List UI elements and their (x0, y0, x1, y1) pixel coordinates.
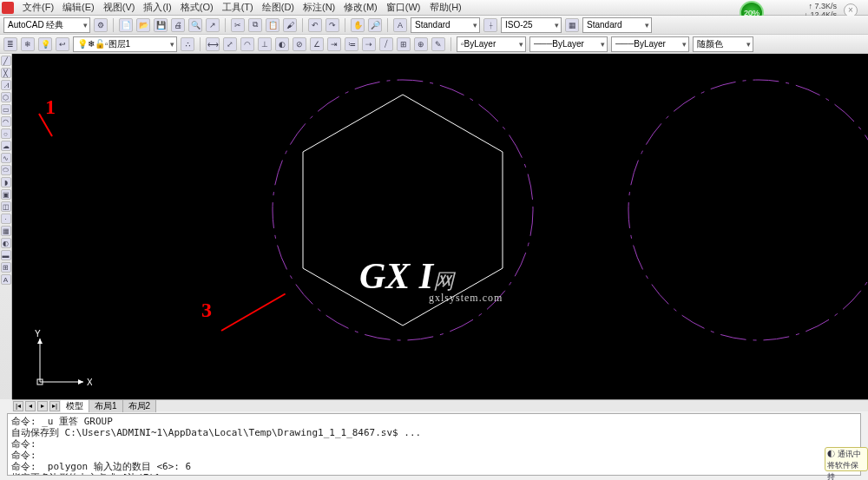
tab-layout2[interactable]: 布局2 (123, 400, 157, 412)
arc-icon[interactable]: ◠ (1, 116, 11, 127)
color-dropdown[interactable]: ▫ ByLayer (457, 36, 526, 52)
tab-nav-last-icon[interactable]: ▸| (49, 401, 60, 411)
table-icon[interactable]: ⊞ (1, 262, 11, 273)
workspace-dropdown[interactable]: AutoCAD 经典 (3, 17, 90, 33)
zoom-icon[interactable]: 🔎 (368, 18, 382, 32)
drawing-canvas[interactable] (12, 54, 868, 399)
open-icon[interactable]: 📂 (136, 18, 150, 32)
balloon-text: 将软件保持 (827, 460, 865, 480)
tab-model[interactable]: 模型 (61, 400, 89, 412)
hexagon[interactable] (303, 95, 503, 325)
tablestyle-icon[interactable]: ▦ (565, 18, 579, 32)
menu-edit[interactable]: 编辑(E) (59, 1, 98, 14)
save-icon[interactable]: 💾 (154, 18, 168, 32)
dim-aligned-icon[interactable]: ⤢ (223, 37, 237, 51)
lineweight-dropdown[interactable]: ─── ByLayer (611, 36, 689, 52)
toolbar-layers: ≣ ❄ 💡 ↩ 💡❄🔓▫ 图层1 ⛬ ⟷ ⤢ ◠ ⊥ ◐ ⊘ ∠ ⇥ ≔ ⇢ ⧸… (0, 35, 868, 54)
layer-off-icon[interactable]: 💡 (38, 37, 52, 51)
workspace-settings-icon[interactable]: ⚙ (94, 18, 108, 32)
menu-view[interactable]: 视图(V) (100, 1, 139, 14)
drawing-area[interactable]: X Y GX I网 gxlsystem.com (12, 54, 868, 399)
match-icon[interactable]: 🖌 (283, 18, 297, 32)
copy-icon[interactable]: ⧉ (248, 18, 262, 32)
layer-prev-icon[interactable]: ↩ (56, 37, 69, 51)
menu-tools[interactable]: 工具(T) (219, 1, 257, 14)
dim-quick-icon[interactable]: ⇥ (327, 37, 341, 51)
ellipse-icon[interactable]: ⬭ (1, 165, 11, 175)
revcloud-icon[interactable]: ☁ (1, 141, 11, 151)
layer-mgr-icon[interactable]: ≣ (3, 37, 17, 51)
line-icon[interactable]: ╱ (1, 56, 11, 66)
dim-continue-icon[interactable]: ⇢ (362, 37, 376, 51)
dim-linear-icon[interactable]: ⟷ (206, 37, 220, 51)
xline-icon[interactable]: ╳ (1, 68, 11, 78)
plotstyle-dropdown[interactable]: 随颜色 (693, 36, 753, 52)
point-icon[interactable]: · (1, 214, 11, 224)
tab-nav-first-icon[interactable]: |◂ (13, 401, 23, 411)
undo-icon[interactable]: ↶ (308, 18, 322, 32)
layer-freeze-icon[interactable]: ❄ (21, 37, 35, 51)
dim-baseline-icon[interactable]: ≔ (345, 37, 358, 51)
draw-toolbar: ╱ ╳ ⩘ ⬡ ▭ ◠ ○ ☁ ∿ ⬭ ◗ ▣ ◫ · ▦ ◐ ▬ ⊞ A (0, 54, 12, 399)
new-icon[interactable]: 📄 (119, 18, 133, 32)
tolerance-icon[interactable]: ⊞ (397, 37, 411, 51)
menu-format[interactable]: 格式(O) (177, 1, 217, 14)
menu-dim[interactable]: 标注(N) (299, 1, 339, 14)
print-icon[interactable]: 🖨 (171, 18, 185, 32)
mtext-icon[interactable]: A (1, 274, 11, 285)
preview-icon[interactable]: 🔍 (188, 18, 202, 32)
region-icon[interactable]: ▬ (1, 250, 11, 260)
tab-layout1[interactable]: 布局1 (89, 400, 123, 412)
linetype-dropdown[interactable]: ─── ByLayer (529, 36, 608, 52)
ellipse-arc-icon[interactable]: ◗ (1, 177, 11, 187)
menu-draw[interactable]: 绘图(D) (259, 1, 298, 14)
dim-break-icon[interactable]: ⧸ (379, 37, 393, 51)
tab-nav-next-icon[interactable]: ▸ (37, 401, 48, 411)
dimstyle-dropdown[interactable]: ISO-25 (501, 17, 562, 33)
dim-arc-icon[interactable]: ◠ (240, 37, 254, 51)
dimstyle-icon[interactable]: ⟊ (483, 18, 497, 32)
textstyle-aa-icon[interactable]: A (393, 18, 407, 32)
circle-icon[interactable]: ○ (1, 128, 11, 139)
gradient-icon[interactable]: ◐ (1, 238, 11, 248)
pan-icon[interactable]: ✋ (351, 18, 365, 32)
layer-dropdown[interactable]: 💡❄🔓▫ 图层1 (73, 36, 177, 52)
menu-help[interactable]: 帮助(H) (426, 1, 465, 14)
redo-icon[interactable]: ↷ (326, 18, 339, 32)
dim-ordinate-icon[interactable]: ⊥ (258, 37, 272, 51)
tab-nav-prev-icon[interactable]: ◂ (25, 401, 36, 411)
spline-icon[interactable]: ∿ (1, 153, 11, 163)
notification-balloon[interactable]: ◐ 通讯中 将软件保持 (825, 447, 868, 471)
menu-bar: 文件(F) 编辑(E) 视图(V) 插入(I) 格式(O) 工具(T) 绘图(D… (0, 0, 868, 16)
layer-name: 图层1 (108, 38, 131, 50)
layout-tabs: |◂ ◂ ▸ ▸| 模型 布局1 布局2 (12, 399, 868, 411)
dim-angular-icon[interactable]: ∠ (310, 37, 324, 51)
rectangle-icon[interactable]: ▭ (1, 104, 11, 115)
layer-states-icon[interactable]: ⛬ (181, 37, 194, 51)
dim-diameter-icon[interactable]: ⊘ (293, 37, 306, 51)
cut-icon[interactable]: ✂ (231, 18, 245, 32)
net-up: ↑ 7.3K/s (804, 2, 837, 10)
menu-modify[interactable]: 修改(M) (340, 1, 381, 14)
paste-icon[interactable]: 📋 (266, 18, 279, 32)
command-line[interactable]: 命令: _u 重答 GROUP 自动保存到 C:\Users\ADMINI~1\… (7, 413, 861, 476)
insert-block-icon[interactable]: ▣ (1, 189, 11, 200)
polygon-icon[interactable]: ⬡ (1, 92, 11, 102)
menu-file[interactable]: 文件(F) (19, 1, 57, 14)
right-dashed-circle[interactable] (628, 80, 868, 340)
textstyle-dropdown[interactable]: Standard (411, 17, 480, 33)
app-icon (2, 2, 14, 14)
menu-insert[interactable]: 插入(I) (140, 1, 174, 14)
tablestyle-dropdown[interactable]: Standard (582, 17, 652, 33)
dim-edit-icon[interactable]: ✎ (431, 37, 445, 51)
polyline-icon[interactable]: ⩘ (1, 80, 11, 90)
menu-window[interactable]: 窗口(W) (383, 1, 424, 14)
toolbar-standard: AutoCAD 经典 ⚙ 📄 📂 💾 🖨 🔍 ↗ ✂ ⧉ 📋 🖌 ↶ ↷ ✋ 🔎… (0, 16, 868, 35)
hatch-icon[interactable]: ▦ (1, 226, 11, 236)
dim-radius-icon[interactable]: ◐ (275, 37, 289, 51)
make-block-icon[interactable]: ◫ (1, 201, 11, 212)
balloon-title: ◐ 通讯中 (827, 449, 865, 460)
publish-icon[interactable]: ↗ (206, 18, 220, 32)
left-dashed-circle[interactable] (273, 80, 533, 340)
center-mark-icon[interactable]: ⊕ (414, 37, 428, 51)
